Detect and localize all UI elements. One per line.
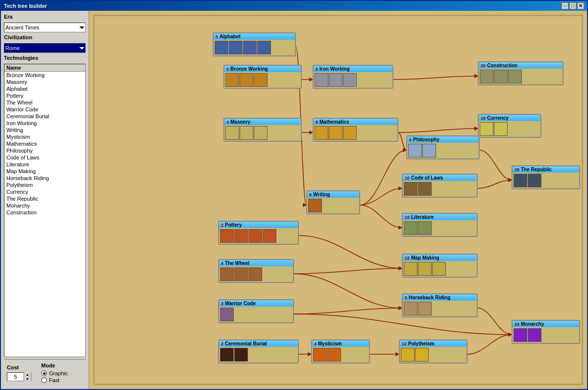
tech-node-construction[interactable]: 20Construction bbox=[478, 61, 564, 85]
tech-list-item[interactable]: Writing bbox=[4, 127, 85, 133]
tech-img-map_making-2 bbox=[432, 262, 446, 276]
tech-node-header-philosophy: 6Philosophy bbox=[407, 136, 479, 143]
tech-list-item[interactable]: Map Making bbox=[4, 168, 85, 175]
tech-node-mysticism[interactable]: 4Mysticism bbox=[311, 339, 370, 364]
tech-node-philosophy[interactable]: 6Philosophy bbox=[406, 135, 480, 159]
spin-down-button[interactable]: ▼ bbox=[24, 377, 31, 381]
tech-list-item[interactable]: Polytheism bbox=[4, 182, 85, 188]
tech-node-masonry[interactable]: 4Masonry bbox=[223, 118, 302, 142]
tech-list-item[interactable]: Warrior Code bbox=[4, 106, 85, 113]
tech-images-alphabet bbox=[214, 40, 295, 55]
tech-node-header-code_of_laws: 10Code of Laws bbox=[403, 175, 477, 181]
tech-node-the_wheel[interactable]: 4The Wheel bbox=[218, 259, 294, 283]
tech-images-ceremonial bbox=[219, 347, 298, 363]
tech-img-currency-0 bbox=[480, 122, 493, 136]
tech-img-mathematics-2 bbox=[343, 126, 357, 140]
tech-name-mysticism: Mysticism bbox=[318, 341, 342, 346]
tech-list-header: Name bbox=[4, 64, 85, 72]
tech-images-the_wheel bbox=[219, 266, 293, 282]
tech-name-the_wheel: The Wheel bbox=[225, 260, 249, 266]
tech-list-item[interactable]: Ceremonial Burial bbox=[4, 113, 85, 120]
tech-node-bronze[interactable]: 3Bronze Working bbox=[223, 65, 302, 89]
spin-up-button[interactable]: ▲ bbox=[24, 372, 31, 377]
tech-list-item[interactable]: Philosophy bbox=[4, 147, 85, 154]
mode-graphic-row[interactable]: Graphic bbox=[41, 370, 68, 376]
maximize-button[interactable]: □ bbox=[569, 2, 576, 9]
tech-images-monarchy bbox=[513, 327, 579, 343]
tech-img-literature-0 bbox=[404, 221, 417, 235]
tech-node-header-monarchy: 24Monarchy bbox=[513, 321, 579, 327]
mode-label: Mode bbox=[41, 363, 68, 368]
tech-list-item[interactable]: Mysticism bbox=[4, 133, 85, 140]
minimize-button[interactable]: ─ bbox=[562, 2, 568, 9]
tech-node-iron[interactable]: 6Iron Working bbox=[313, 65, 393, 89]
tech-node-warrior[interactable]: 3Warrior Code bbox=[218, 299, 294, 323]
tech-node-horseback[interactable]: 5Horseback Riding bbox=[402, 293, 478, 317]
tech-node-header-the_republic: 28The Republic bbox=[513, 166, 579, 173]
tech-list-item[interactable]: Masonry bbox=[4, 78, 85, 85]
tech-list-item[interactable]: Mathematics bbox=[4, 140, 85, 147]
tech-list-item[interactable]: The Wheel bbox=[4, 99, 85, 106]
tech-num-the_republic: 28 bbox=[514, 167, 519, 172]
tech-name-philosophy: Philosophy bbox=[413, 137, 440, 142]
tech-list-item[interactable]: Currency bbox=[4, 188, 85, 195]
tech-node-header-literature: 10Literature bbox=[403, 214, 477, 220]
tech-node-currency[interactable]: 16Currency bbox=[478, 114, 541, 138]
main-window: Tech tree builder ─ □ ✕ Era Ancient Time… bbox=[0, 0, 588, 390]
tech-node-the_republic[interactable]: 28The Republic bbox=[512, 165, 580, 189]
tech-name-horseback: Horseback Riding bbox=[409, 295, 450, 300]
cost-spinner[interactable]: 5 ▲ ▼ bbox=[7, 372, 31, 381]
tech-node-monarchy[interactable]: 24Monarchy bbox=[512, 320, 580, 344]
tech-list-item[interactable]: The Republic bbox=[4, 195, 85, 202]
tech-node-alphabet[interactable]: 5Alphabet bbox=[213, 32, 296, 56]
tech-list-item[interactable]: Monarchy bbox=[4, 202, 85, 209]
tech-img-alphabet-3 bbox=[257, 41, 271, 54]
tech-node-header-bronze: 3Bronze Working bbox=[224, 66, 301, 72]
tech-node-header-ceremonial: 2Ceremonial Burial bbox=[219, 340, 298, 347]
tech-node-writing[interactable]: 8Writing bbox=[306, 190, 360, 214]
civilization-dropdown[interactable]: Rome bbox=[4, 43, 86, 53]
tech-list-item[interactable]: Horseback Riding bbox=[4, 175, 85, 182]
tech-images-iron bbox=[314, 72, 392, 88]
tech-name-masonry: Masonry bbox=[230, 119, 250, 125]
tech-images-mathematics bbox=[314, 125, 397, 141]
era-dropdown[interactable]: Ancient Times bbox=[4, 23, 86, 32]
tech-node-code_of_laws[interactable]: 10Code of Laws bbox=[402, 174, 478, 198]
fast-label: Fast bbox=[49, 377, 59, 383]
tech-node-mathematics[interactable]: 8Mathematics bbox=[313, 118, 398, 142]
tech-list-item[interactable]: Pottery bbox=[4, 92, 85, 99]
tech-images-warrior bbox=[219, 307, 293, 322]
graphic-radio[interactable] bbox=[41, 370, 47, 376]
technologies-label: Technologies bbox=[4, 55, 86, 61]
tech-images-literature bbox=[403, 220, 477, 236]
tech-list-item[interactable]: Iron Working bbox=[4, 120, 85, 127]
tech-node-header-writing: 8Writing bbox=[307, 191, 359, 198]
bottom-panel: Cost 5 ▲ ▼ Mode Grap bbox=[4, 359, 86, 386]
tech-img-the_republic-1 bbox=[528, 174, 541, 187]
tech-list: Name Bronze WorkingMasonryAlphabetPotter… bbox=[4, 64, 86, 357]
tech-node-ceremonial[interactable]: 2Ceremonial Burial bbox=[218, 339, 299, 364]
tech-list-item[interactable]: Alphabet bbox=[4, 85, 85, 92]
fast-radio[interactable] bbox=[41, 377, 47, 383]
tech-list-item[interactable]: Literature bbox=[4, 161, 85, 168]
tech-img-writing-0 bbox=[308, 199, 322, 212]
tech-list-item[interactable]: Construction bbox=[4, 209, 85, 216]
tech-node-header-construction: 20Construction bbox=[479, 62, 563, 69]
mode-fast-row[interactable]: Fast bbox=[41, 377, 68, 383]
tech-list-item[interactable]: Bronze Working bbox=[4, 72, 85, 78]
tech-num-iron: 6 bbox=[316, 67, 318, 72]
tech-img-polytheism-0 bbox=[401, 348, 415, 362]
tech-images-philosophy bbox=[407, 143, 479, 158]
tech-node-polytheism[interactable]: 12Polytheism bbox=[399, 339, 467, 364]
tech-img-alphabet-0 bbox=[215, 41, 228, 54]
tech-node-map_making[interactable]: 12Map Making bbox=[402, 254, 478, 278]
tech-name-map_making: Map Making bbox=[411, 255, 439, 260]
window-title: Tech tree builder bbox=[4, 3, 47, 9]
tech-list-item[interactable]: Code of Laws bbox=[4, 154, 85, 161]
tech-num-currency: 16 bbox=[481, 116, 486, 121]
cost-label: Cost bbox=[7, 364, 31, 370]
close-button[interactable]: ✕ bbox=[577, 2, 584, 9]
tech-node-literature[interactable]: 10Literature bbox=[402, 213, 478, 237]
tech-node-pottery[interactable]: 2Pottery bbox=[218, 221, 299, 245]
tech-images-writing bbox=[307, 198, 359, 213]
